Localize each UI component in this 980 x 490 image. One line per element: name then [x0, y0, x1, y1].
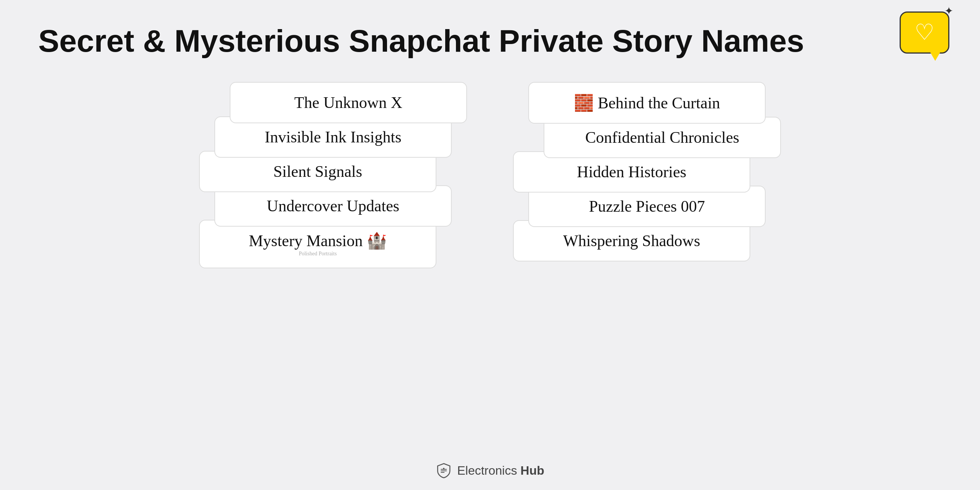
card-mystery-mansion-text: Mystery Mansion 🏰 [249, 231, 387, 250]
columns-container: The Unknown X Invisible Ink Insights Sil… [0, 70, 980, 268]
mystery-mansion-credit: Polished Portraits [299, 251, 336, 257]
svg-point-0 [443, 468, 444, 469]
footer: Electronics Hub [436, 462, 544, 479]
card-unknown-x-text: The Unknown X [294, 93, 402, 112]
card-unknown-x: The Unknown X [230, 82, 467, 123]
card-whispering-shadows-text: Whispering Shadows [563, 232, 700, 250]
spark-icon: ✦ [944, 5, 953, 17]
page-title: Secret & Mysterious Snapchat Private Sto… [0, 0, 980, 67]
left-column: The Unknown X Invisible Ink Insights Sil… [199, 82, 467, 268]
card-puzzle-pieces-text: Puzzle Pieces 007 [589, 197, 705, 216]
card-confidential-chronicles-text: Confidential Chronicles [585, 128, 739, 147]
logo-bubble: ♡ [900, 11, 949, 54]
footer-text: Electronics Hub [457, 464, 544, 478]
card-undercover-updates-text: Undercover Updates [267, 197, 399, 215]
card-behind-curtain-text: 🧱 Behind the Curtain [574, 93, 720, 112]
card-hidden-histories-text: Hidden Histories [577, 163, 686, 181]
logo-area: ♡ ✦ [900, 11, 949, 54]
card-silent-signals-text: Silent Signals [273, 162, 362, 181]
card-behind-curtain: 🧱 Behind the Curtain [528, 82, 766, 124]
heart-icon: ♡ [915, 21, 934, 44]
card-invisible-ink-text: Invisible Ink Insights [265, 128, 402, 146]
right-column: 🧱 Behind the Curtain Confidential Chroni… [513, 82, 781, 268]
card-mystery-mansion: Mystery Mansion 🏰 Polished Portraits [199, 220, 436, 268]
electronics-hub-logo-icon [436, 462, 452, 479]
footer-brand: Hub [521, 464, 544, 477]
